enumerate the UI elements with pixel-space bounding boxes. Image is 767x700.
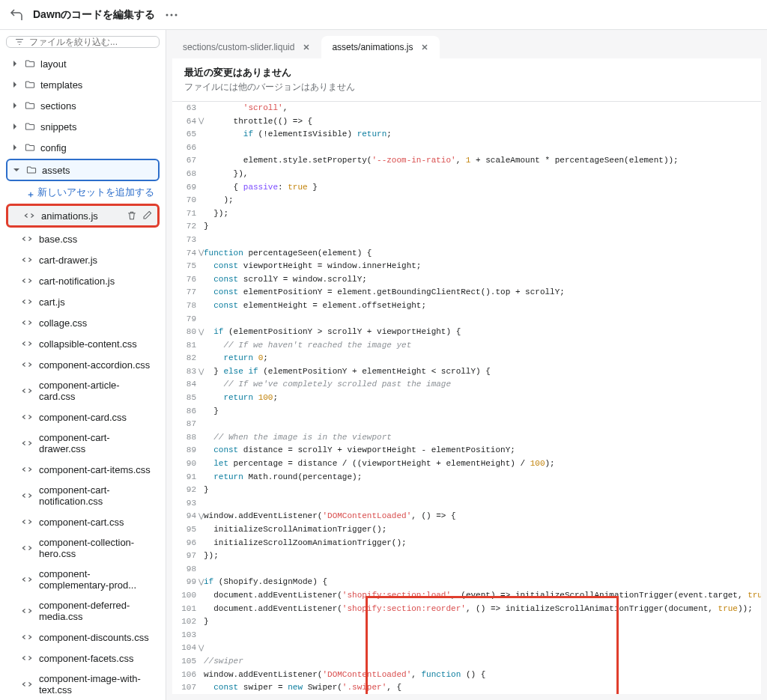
file-item[interactable]: collapsible-content.css [6, 334, 160, 353]
fold-icon[interactable]: ⋁ [198, 116, 204, 127]
file-item[interactable]: component-cart.css [6, 512, 160, 532]
tab[interactable]: assets/animations.js [321, 36, 440, 58]
code-line[interactable]: 89 const distance = scrollY + viewportHe… [172, 444, 761, 457]
code-line[interactable]: 65 if (!elementIsVisible) return; [172, 128, 761, 141]
folder-snippets[interactable]: snippets [6, 117, 160, 136]
file-item[interactable]: component-card.css [6, 407, 160, 427]
code-line[interactable]: 71 }); [172, 207, 761, 221]
fold-icon[interactable]: ⋁ [198, 643, 204, 654]
edit-icon[interactable] [141, 210, 153, 222]
close-icon[interactable] [420, 43, 429, 52]
close-icon[interactable] [302, 43, 311, 52]
back-icon[interactable] [9, 7, 24, 22]
code-line[interactable]: 75 const viewportHeight = window.innerHe… [172, 260, 761, 273]
file-item[interactable]: cart-drawer.js [6, 250, 160, 270]
code-line[interactable]: 84 // If we've completely scrolled past … [172, 378, 761, 392]
line-number: 102 [172, 615, 204, 629]
code-line[interactable]: 105//swiper [172, 655, 761, 669]
code-line[interactable]: 98 [172, 563, 761, 576]
code-file-icon [21, 490, 33, 502]
file-item[interactable]: component-article-card.css [6, 376, 160, 406]
code-line[interactable]: 96 initializeScrollZoomAnimationTrigger(… [172, 537, 761, 550]
code-line[interactable]: 85 return 100; [172, 392, 761, 405]
code-line[interactable]: 79 [172, 313, 761, 326]
code-line[interactable]: 86 } [172, 405, 761, 419]
code-line[interactable]: 106window.addEventListener('DOMContentLo… [172, 669, 761, 682]
code-line[interactable]: 83⋁ } else if (elementPositionY + elemen… [172, 365, 761, 379]
code-line[interactable]: 68 }), [172, 168, 761, 181]
file-item[interactable]: cart.js [6, 292, 160, 311]
file-item[interactable]: animations.js [6, 204, 160, 228]
line-number: 74⋁ [172, 247, 204, 261]
fold-icon[interactable]: ⋁ [198, 248, 204, 258]
code-line[interactable]: 66 [172, 141, 761, 155]
code-line[interactable]: 82 return 0; [172, 352, 761, 365]
code-line[interactable]: 78 const elementHeight = element.offsetH… [172, 299, 761, 313]
code-text: const swiper = new Swiper('.swiper', { [204, 681, 761, 694]
fold-icon[interactable]: ⋁ [198, 327, 204, 338]
code-line[interactable]: 64⋁ throttle(() => { [172, 115, 761, 129]
code-line[interactable]: 92} [172, 484, 761, 497]
code-line[interactable]: 70 ); [172, 194, 761, 207]
more-icon[interactable] [164, 7, 179, 22]
code-line[interactable]: 95 initializeScrollAnimationTrigger(); [172, 523, 761, 537]
file-item[interactable]: component-cart-notification.css [6, 481, 160, 511]
code-line[interactable]: 74⋁function percentageSeen(element) { [172, 247, 761, 261]
file-item[interactable]: cart-notification.js [6, 271, 160, 290]
file-label: cart-notification.js [39, 276, 115, 287]
folder-templates[interactable]: templates [6, 75, 160, 94]
file-label: component-accordion.css [39, 359, 150, 371]
code-text: }); [204, 207, 761, 221]
add-asset-link[interactable]: 新しいアセットを追加する [6, 183, 160, 202]
file-item[interactable]: component-complementary-prod... [6, 564, 160, 594]
filter-input[interactable] [29, 37, 151, 47]
folder-sections[interactable]: sections [6, 96, 160, 115]
code-line[interactable]: 99⋁if (Shopify.designMode) { [172, 576, 761, 589]
file-item[interactable]: component-facets.css [6, 648, 160, 668]
code-editor[interactable]: 63 'scroll',64⋁ throttle(() => {65 if (!… [172, 102, 761, 694]
file-item[interactable]: component-image-with-text.css [6, 669, 160, 699]
file-item[interactable]: component-accordion.css [6, 355, 160, 374]
fold-icon[interactable]: ⋁ [198, 511, 204, 522]
code-line[interactable]: 69 { passive: true } [172, 181, 761, 195]
code-line[interactable]: 81 // If we haven't reached the image ye… [172, 339, 761, 353]
fold-icon[interactable]: ⋁ [198, 577, 204, 588]
line-number: 69 [172, 181, 204, 195]
code-line[interactable]: 73 [172, 234, 761, 247]
code-line[interactable]: 77 const elementPositionY = element.getB… [172, 286, 761, 299]
code-line[interactable]: 72} [172, 220, 761, 234]
code-line[interactable]: 87 [172, 418, 761, 431]
code-line[interactable]: 63 'scroll', [172, 102, 761, 115]
file-item[interactable]: collage.css [6, 313, 160, 332]
code-line[interactable]: 102} [172, 615, 761, 629]
code-line[interactable]: 88 // When the image is in the viewport [172, 431, 761, 445]
folder-assets[interactable]: assets [6, 159, 160, 181]
code-line[interactable]: 104⋁ [172, 642, 761, 655]
delete-icon[interactable] [126, 210, 138, 222]
folder-config[interactable]: config [6, 138, 160, 157]
tab[interactable]: sections/custom-slider.liquid [172, 36, 321, 58]
file-item[interactable]: base.css [6, 229, 160, 249]
code-line[interactable]: 76 const scrollY = window.scrollY; [172, 273, 761, 287]
code-line[interactable]: 107 const swiper = new Swiper('.swiper',… [172, 681, 761, 694]
folder-layout[interactable]: layout [6, 54, 160, 73]
file-item[interactable]: component-deferred-media.css [6, 596, 160, 626]
code-line[interactable]: 91 return Math.round(percentage); [172, 471, 761, 484]
code-text: return 0; [204, 352, 761, 365]
file-item[interactable]: component-collection-hero.css [6, 533, 160, 563]
code-line[interactable]: 101 document.addEventListener('shopify:s… [172, 603, 761, 616]
file-item[interactable]: component-cart-drawer.css [6, 428, 160, 458]
file-item[interactable]: component-cart-items.css [6, 460, 160, 479]
code-line[interactable]: 100 document.addEventListener('shopify:s… [172, 589, 761, 603]
fold-icon[interactable]: ⋁ [198, 366, 204, 377]
file-item[interactable]: component-discounts.css [6, 627, 160, 647]
filter-box[interactable] [6, 36, 160, 48]
code-line[interactable]: 80⋁ if (elementPositionY > scrollY + vie… [172, 326, 761, 339]
code-line[interactable]: 90 let percentage = distance / ((viewpor… [172, 457, 761, 471]
code-line[interactable]: 97}); [172, 550, 761, 563]
code-line[interactable]: 103 [172, 629, 761, 642]
folder-icon [24, 141, 36, 153]
code-line[interactable]: 94⋁window.addEventListener('DOMContentLo… [172, 510, 761, 523]
code-line[interactable]: 67 element.style.setProperty('--zoom-in-… [172, 154, 761, 168]
code-line[interactable]: 93 [172, 497, 761, 511]
